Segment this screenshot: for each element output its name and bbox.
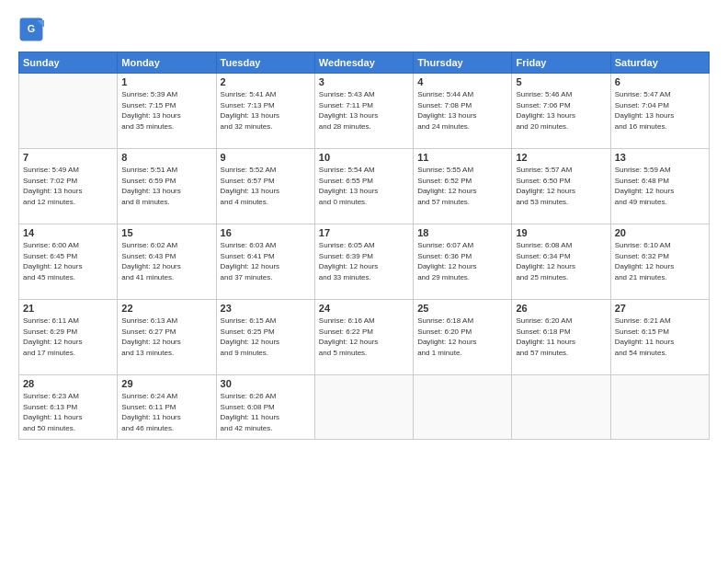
calendar-cell bbox=[19, 74, 118, 149]
calendar-cell: 14Sunrise: 6:00 AM Sunset: 6:45 PM Dayli… bbox=[19, 224, 118, 300]
calendar-cell: 15Sunrise: 6:02 AM Sunset: 6:43 PM Dayli… bbox=[118, 224, 216, 300]
day-number: 3 bbox=[319, 76, 409, 87]
calendar-table: SundayMondayTuesdayWednesdayThursdayFrid… bbox=[18, 52, 710, 440]
calendar-cell bbox=[414, 375, 512, 440]
day-number: 13 bbox=[615, 152, 705, 163]
day-number: 30 bbox=[221, 378, 311, 389]
day-number: 22 bbox=[121, 303, 211, 314]
day-number: 7 bbox=[23, 152, 113, 163]
cell-content: Sunrise: 5:51 AM Sunset: 6:59 PM Dayligh… bbox=[121, 165, 211, 207]
calendar-cell: 21Sunrise: 6:11 AM Sunset: 6:29 PM Dayli… bbox=[19, 300, 118, 375]
day-number: 27 bbox=[615, 303, 705, 314]
cell-content: Sunrise: 6:13 AM Sunset: 6:27 PM Dayligh… bbox=[121, 316, 211, 358]
cell-content: Sunrise: 6:26 AM Sunset: 6:08 PM Dayligh… bbox=[221, 391, 311, 433]
cell-content: Sunrise: 5:59 AM Sunset: 6:48 PM Dayligh… bbox=[615, 165, 705, 207]
calendar-cell: 13Sunrise: 5:59 AM Sunset: 6:48 PM Dayli… bbox=[610, 149, 709, 224]
day-number: 25 bbox=[417, 303, 507, 314]
cell-content: Sunrise: 5:46 AM Sunset: 7:06 PM Dayligh… bbox=[516, 89, 606, 132]
calendar-cell: 25Sunrise: 6:18 AM Sunset: 6:20 PM Dayli… bbox=[414, 300, 512, 375]
calendar-cell bbox=[314, 375, 413, 440]
week-row-1: 1Sunrise: 5:39 AM Sunset: 7:15 PM Daylig… bbox=[19, 74, 710, 149]
cell-content: Sunrise: 6:10 AM Sunset: 6:32 PM Dayligh… bbox=[615, 240, 705, 282]
day-number: 26 bbox=[516, 303, 606, 314]
cell-content: Sunrise: 6:15 AM Sunset: 6:25 PM Dayligh… bbox=[221, 316, 311, 358]
cell-content: Sunrise: 6:07 AM Sunset: 6:36 PM Dayligh… bbox=[417, 240, 507, 282]
calendar-cell bbox=[610, 375, 709, 440]
calendar-cell: 19Sunrise: 6:08 AM Sunset: 6:34 PM Dayli… bbox=[512, 224, 610, 300]
svg-text:G: G bbox=[28, 23, 35, 34]
cell-content: Sunrise: 6:18 AM Sunset: 6:20 PM Dayligh… bbox=[417, 316, 507, 358]
calendar-body: 1Sunrise: 5:39 AM Sunset: 7:15 PM Daylig… bbox=[19, 74, 710, 440]
header-wednesday: Wednesday bbox=[314, 52, 413, 74]
calendar-cell: 20Sunrise: 6:10 AM Sunset: 6:32 PM Dayli… bbox=[610, 224, 709, 300]
calendar-cell: 27Sunrise: 6:21 AM Sunset: 6:15 PM Dayli… bbox=[610, 300, 709, 375]
cell-content: Sunrise: 5:55 AM Sunset: 6:52 PM Dayligh… bbox=[417, 165, 507, 207]
calendar-cell: 1Sunrise: 5:39 AM Sunset: 7:15 PM Daylig… bbox=[118, 74, 216, 149]
calendar-cell: 9Sunrise: 5:52 AM Sunset: 6:57 PM Daylig… bbox=[216, 149, 314, 224]
cell-content: Sunrise: 6:20 AM Sunset: 6:18 PM Dayligh… bbox=[516, 316, 606, 358]
calendar-cell: 3Sunrise: 5:43 AM Sunset: 7:11 PM Daylig… bbox=[314, 74, 413, 149]
day-number: 20 bbox=[615, 227, 705, 238]
cell-content: Sunrise: 5:43 AM Sunset: 7:11 PM Dayligh… bbox=[319, 89, 409, 132]
cell-content: Sunrise: 6:05 AM Sunset: 6:39 PM Dayligh… bbox=[319, 240, 409, 282]
day-number: 2 bbox=[221, 76, 311, 87]
calendar-cell: 4Sunrise: 5:44 AM Sunset: 7:08 PM Daylig… bbox=[414, 74, 512, 149]
day-number: 23 bbox=[221, 303, 311, 314]
calendar-cell: 17Sunrise: 6:05 AM Sunset: 6:39 PM Dayli… bbox=[314, 224, 413, 300]
calendar-cell: 22Sunrise: 6:13 AM Sunset: 6:27 PM Dayli… bbox=[118, 300, 216, 375]
calendar-cell: 12Sunrise: 5:57 AM Sunset: 6:50 PM Dayli… bbox=[512, 149, 610, 224]
header-thursday: Thursday bbox=[414, 52, 512, 74]
header-monday: Monday bbox=[118, 52, 216, 74]
week-row-3: 14Sunrise: 6:00 AM Sunset: 6:45 PM Dayli… bbox=[19, 224, 710, 300]
logo-icon: G bbox=[18, 17, 44, 42]
logo: G bbox=[18, 17, 50, 42]
cell-content: Sunrise: 5:49 AM Sunset: 7:02 PM Dayligh… bbox=[23, 165, 113, 207]
header-sunday: Sunday bbox=[19, 52, 118, 74]
cell-content: Sunrise: 6:02 AM Sunset: 6:43 PM Dayligh… bbox=[121, 240, 211, 282]
day-number: 10 bbox=[319, 152, 409, 163]
cell-content: Sunrise: 6:16 AM Sunset: 6:22 PM Dayligh… bbox=[319, 316, 409, 358]
cell-content: Sunrise: 6:08 AM Sunset: 6:34 PM Dayligh… bbox=[516, 240, 606, 282]
calendar-cell: 11Sunrise: 5:55 AM Sunset: 6:52 PM Dayli… bbox=[414, 149, 512, 224]
day-number: 8 bbox=[121, 152, 211, 163]
day-number: 15 bbox=[121, 227, 211, 238]
header-tuesday: Tuesday bbox=[216, 52, 314, 74]
calendar-header-row: SundayMondayTuesdayWednesdayThursdayFrid… bbox=[19, 52, 710, 74]
cell-content: Sunrise: 5:44 AM Sunset: 7:08 PM Dayligh… bbox=[417, 89, 507, 132]
cell-content: Sunrise: 5:57 AM Sunset: 6:50 PM Dayligh… bbox=[516, 165, 606, 207]
day-number: 21 bbox=[23, 303, 113, 314]
cell-content: Sunrise: 6:21 AM Sunset: 6:15 PM Dayligh… bbox=[615, 316, 705, 358]
calendar-cell: 28Sunrise: 6:23 AM Sunset: 6:13 PM Dayli… bbox=[19, 375, 118, 440]
calendar-cell: 8Sunrise: 5:51 AM Sunset: 6:59 PM Daylig… bbox=[118, 149, 216, 224]
cell-content: Sunrise: 6:24 AM Sunset: 6:11 PM Dayligh… bbox=[121, 391, 211, 433]
header-friday: Friday bbox=[512, 52, 610, 74]
cell-content: Sunrise: 5:41 AM Sunset: 7:13 PM Dayligh… bbox=[221, 89, 311, 132]
day-number: 18 bbox=[417, 227, 507, 238]
day-number: 28 bbox=[23, 378, 113, 389]
day-number: 19 bbox=[516, 227, 606, 238]
calendar-cell: 10Sunrise: 5:54 AM Sunset: 6:55 PM Dayli… bbox=[314, 149, 413, 224]
calendar-cell: 29Sunrise: 6:24 AM Sunset: 6:11 PM Dayli… bbox=[118, 375, 216, 440]
day-number: 11 bbox=[417, 152, 507, 163]
calendar-cell: 2Sunrise: 5:41 AM Sunset: 7:13 PM Daylig… bbox=[216, 74, 314, 149]
calendar-cell: 18Sunrise: 6:07 AM Sunset: 6:36 PM Dayli… bbox=[414, 224, 512, 300]
calendar-cell: 30Sunrise: 6:26 AM Sunset: 6:08 PM Dayli… bbox=[216, 375, 314, 440]
cell-content: Sunrise: 6:11 AM Sunset: 6:29 PM Dayligh… bbox=[23, 316, 113, 358]
week-row-2: 7Sunrise: 5:49 AM Sunset: 7:02 PM Daylig… bbox=[19, 149, 710, 224]
cell-content: Sunrise: 5:52 AM Sunset: 6:57 PM Dayligh… bbox=[221, 165, 311, 207]
day-number: 4 bbox=[417, 76, 507, 87]
calendar-cell: 6Sunrise: 5:47 AM Sunset: 7:04 PM Daylig… bbox=[610, 74, 709, 149]
day-number: 29 bbox=[121, 378, 211, 389]
cell-content: Sunrise: 5:47 AM Sunset: 7:04 PM Dayligh… bbox=[615, 89, 705, 132]
cell-content: Sunrise: 5:54 AM Sunset: 6:55 PM Dayligh… bbox=[319, 165, 409, 207]
calendar-cell: 16Sunrise: 6:03 AM Sunset: 6:41 PM Dayli… bbox=[216, 224, 314, 300]
calendar-cell: 26Sunrise: 6:20 AM Sunset: 6:18 PM Dayli… bbox=[512, 300, 610, 375]
cell-content: Sunrise: 6:03 AM Sunset: 6:41 PM Dayligh… bbox=[221, 240, 311, 282]
cell-content: Sunrise: 5:39 AM Sunset: 7:15 PM Dayligh… bbox=[121, 89, 211, 132]
day-number: 16 bbox=[221, 227, 311, 238]
day-number: 5 bbox=[516, 76, 606, 87]
calendar-cell bbox=[512, 375, 610, 440]
day-number: 24 bbox=[319, 303, 409, 314]
day-number: 6 bbox=[615, 76, 705, 87]
calendar-cell: 7Sunrise: 5:49 AM Sunset: 7:02 PM Daylig… bbox=[19, 149, 118, 224]
